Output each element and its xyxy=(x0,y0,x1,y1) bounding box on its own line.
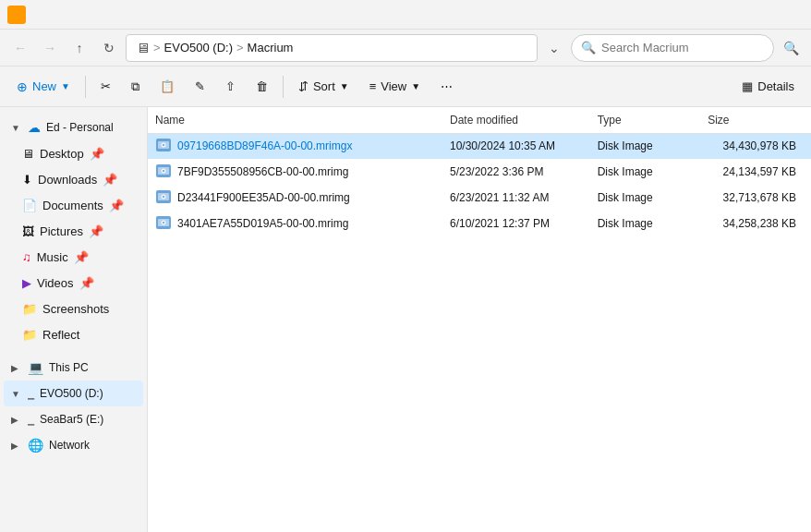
sidebar-quickaccess[interactable]: ▼ ☁ Ed - Personal xyxy=(4,115,143,140)
sidebar-item-screenshots[interactable]: 📁 Screenshots xyxy=(4,296,143,321)
evo500-chevron: ▼ xyxy=(11,389,22,399)
seabar5-chevron: ▶ xyxy=(11,415,22,425)
monitor-icon: 🖥 xyxy=(136,40,150,55)
more-icon: ⋯ xyxy=(441,79,453,93)
file-type: Disk Image xyxy=(590,159,701,185)
copy-icon: ⧉ xyxy=(131,79,139,94)
file-size: 24,134,597 KB xyxy=(700,159,811,185)
svg-point-7 xyxy=(163,170,164,172)
svg-point-15 xyxy=(163,222,164,224)
back-button[interactable]: ← xyxy=(7,35,33,61)
refresh-button[interactable]: ↻ xyxy=(96,35,122,61)
file-area: Name Date modified Type Size 09719668BD8… xyxy=(148,107,811,532)
file-size: 32,713,678 KB xyxy=(700,185,811,211)
disk-image-icon xyxy=(155,163,172,182)
pin-icon: 📌 xyxy=(90,147,104,161)
file-name: 09719668BD89F46A-00-00.mrimgx xyxy=(177,139,352,152)
table-row[interactable]: 09719668BD89F46A-00-00.mrimgx10/30/2024 … xyxy=(148,133,811,159)
toolbar: ⊕ New ▼ ✂ ⧉ 📋 ✎ ⇧ 🗑 ⇵ Sort ▼ ≡ View ▼ ⋯ … xyxy=(0,66,811,107)
file-size: 34,430,978 KB xyxy=(700,133,811,159)
sort-icon: ⇵ xyxy=(298,79,309,93)
file-table-header: Name Date modified Type Size xyxy=(148,107,811,133)
file-type: Disk Image xyxy=(590,133,701,159)
disk-image-icon xyxy=(155,137,172,156)
up-button[interactable]: ↑ xyxy=(67,35,92,61)
title-bar xyxy=(0,0,811,30)
toolbar-separator-1 xyxy=(85,76,86,98)
pin-icon: 📌 xyxy=(89,224,103,238)
new-icon: ⊕ xyxy=(17,79,28,94)
desktop-icon: 🖥 xyxy=(22,147,34,161)
pin-icon: 📌 xyxy=(103,173,117,187)
svg-point-3 xyxy=(163,144,164,146)
forward-button[interactable]: → xyxy=(37,35,63,61)
paste-icon: 📋 xyxy=(160,79,175,93)
paste-button[interactable]: 📋 xyxy=(151,72,184,102)
path-part-drive[interactable]: EVO500 (D:) xyxy=(164,41,233,54)
file-name: D23441F900EE35AD-00-00.mrimg xyxy=(177,191,350,204)
table-row[interactable]: 3401AE7A55D019A5-00-00.mrimg6/10/2021 12… xyxy=(148,211,811,236)
screenshots-folder-icon: 📁 xyxy=(22,302,37,316)
table-row[interactable]: D23441F900EE35AD-00-00.mrimg6/23/2021 11… xyxy=(148,185,811,211)
seabar5-icon: ⎯ xyxy=(28,413,34,426)
cut-button[interactable]: ✂ xyxy=(91,72,120,102)
view-icon: ≡ xyxy=(369,79,377,93)
column-header-type[interactable]: Type xyxy=(590,107,701,133)
sidebar-item-desktop[interactable]: 🖥 Desktop 📌 xyxy=(4,140,143,166)
rename-button[interactable]: ✎ xyxy=(186,72,214,102)
documents-icon: 📄 xyxy=(22,199,37,212)
file-date: 10/30/2024 10:35 AM xyxy=(442,133,590,159)
sidebar-item-thispc[interactable]: ▶ 💻 This PC xyxy=(4,355,143,381)
downloads-icon: ⬇ xyxy=(22,173,32,187)
search-input[interactable] xyxy=(601,41,764,54)
copy-button[interactable]: ⧉ xyxy=(122,72,149,102)
pin-icon: 📌 xyxy=(74,250,89,264)
column-header-date[interactable]: Date modified xyxy=(442,107,590,133)
sidebar-item-reflect[interactable]: 📁 Reflect xyxy=(4,321,143,347)
column-header-size[interactable]: Size xyxy=(700,107,811,133)
sidebar-item-seabar5[interactable]: ▶ ⎯ SeaBar5 (E:) xyxy=(4,406,143,432)
sidebar-item-documents[interactable]: 📄 Documents 📌 xyxy=(4,192,143,218)
thispc-chevron: ▶ xyxy=(11,363,22,373)
delete-icon: 🗑 xyxy=(256,79,268,93)
pin-icon: 📌 xyxy=(109,199,124,212)
view-button[interactable]: ≡ View ▼ xyxy=(360,72,430,102)
file-size: 34,258,238 KB xyxy=(700,211,811,236)
main-layout: ▼ ☁ Ed - Personal 🖥 Desktop 📌 ⬇ Download… xyxy=(0,107,811,532)
search-box: 🔍 xyxy=(571,34,774,62)
share-icon: ⇧ xyxy=(225,79,236,93)
address-path[interactable]: 🖥 > EVO500 (D:) > Macrium xyxy=(126,34,538,62)
rename-icon: ✎ xyxy=(195,79,205,93)
sidebar-item-downloads[interactable]: ⬇ Downloads 📌 xyxy=(4,166,143,192)
sort-dropdown-icon: ▼ xyxy=(340,81,349,91)
sidebar-item-music[interactable]: ♫ Music 📌 xyxy=(4,244,143,270)
sidebar-item-pictures[interactable]: 🖼 Pictures 📌 xyxy=(4,218,143,244)
share-button[interactable]: ⇧ xyxy=(216,72,245,102)
sidebar-item-videos[interactable]: ▶ Videos 📌 xyxy=(4,270,143,296)
sidebar-item-evo500[interactable]: ▼ ⎯ EVO500 (D:) xyxy=(4,381,143,406)
new-button[interactable]: ⊕ New ▼ xyxy=(7,72,79,102)
more-button[interactable]: ⋯ xyxy=(431,72,462,102)
column-header-name[interactable]: Name xyxy=(148,107,442,133)
details-button[interactable]: ▦ Details xyxy=(732,72,804,102)
path-part-folder[interactable]: Macrium xyxy=(248,41,294,54)
address-bar: ← → ↑ ↻ 🖥 > EVO500 (D:) > Macrium ⌄ 🔍 🔍 xyxy=(0,30,811,66)
app-logo xyxy=(7,6,26,24)
path-expand-button[interactable]: ⌄ xyxy=(541,35,567,61)
cloud-icon: ☁ xyxy=(28,120,41,135)
toolbar-separator-2 xyxy=(283,76,284,98)
new-dropdown-icon: ▼ xyxy=(61,81,70,91)
sidebar-item-network[interactable]: ▶ 🌐 Network xyxy=(4,432,143,458)
search-button[interactable]: 🔍 xyxy=(778,35,804,61)
music-icon: ♫ xyxy=(22,250,31,264)
sidebar: ▼ ☁ Ed - Personal 🖥 Desktop 📌 ⬇ Download… xyxy=(0,107,148,532)
delete-button[interactable]: 🗑 xyxy=(247,72,277,102)
file-date: 6/10/2021 12:37 PM xyxy=(442,211,590,236)
file-name: 3401AE7A55D019A5-00-00.mrimg xyxy=(177,217,348,230)
table-row[interactable]: 7BF9D355508956CB-00-00.mrimg5/23/2022 3:… xyxy=(148,159,811,185)
file-table-body: 09719668BD89F46A-00-00.mrimgx10/30/2024 … xyxy=(148,133,811,236)
file-date: 6/23/2021 11:32 AM xyxy=(442,185,590,211)
sort-button[interactable]: ⇵ Sort ▼ xyxy=(289,72,358,102)
videos-icon: ▶ xyxy=(22,276,31,290)
pictures-icon: 🖼 xyxy=(22,224,34,238)
